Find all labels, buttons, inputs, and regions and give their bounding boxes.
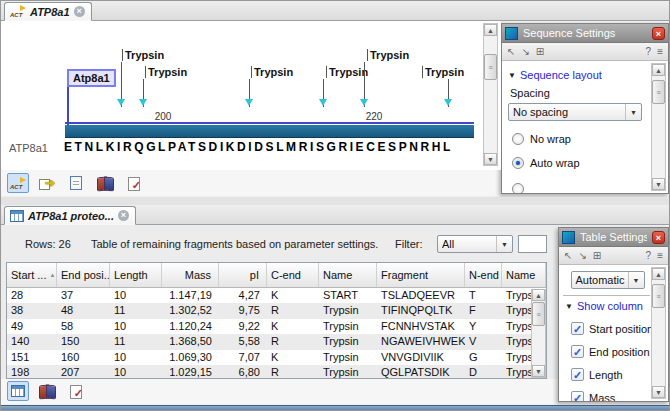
text-view-button[interactable] xyxy=(65,173,87,193)
tab-close-icon[interactable]: × xyxy=(74,6,85,17)
column-header[interactable]: Length xyxy=(110,263,162,287)
table-row[interactable]: 151160101.069,307,07KTrypsinVNVGDIVIIKGT… xyxy=(7,350,546,366)
cleavage-site-marker-icon[interactable] xyxy=(360,99,368,106)
help-icon[interactable]: ? xyxy=(646,251,652,261)
tab-atp8a1[interactable]: ACT ATP8a1 × xyxy=(4,2,92,21)
minimized-panel-strip[interactable] xyxy=(1,405,670,411)
table-view-button[interactable] xyxy=(7,381,29,401)
spacing-select[interactable]: No spacing ▼ xyxy=(508,103,642,121)
filter-input[interactable] xyxy=(518,235,547,253)
annotation-label[interactable]: Trypsin xyxy=(367,49,409,61)
wrap-option-auto-wrap[interactable]: Auto wrap xyxy=(512,157,648,169)
help-icon[interactable]: ? xyxy=(646,47,652,57)
table-cell: 7,07 xyxy=(219,350,267,366)
annotation-label[interactable]: Trypsin xyxy=(422,66,464,78)
column-header[interactable]: Start ...▲ xyxy=(7,263,57,287)
column-header[interactable]: Name xyxy=(502,263,546,287)
scroll-up-icon[interactable]: ▲ xyxy=(532,289,545,301)
validate-button[interactable] xyxy=(123,173,145,193)
menu-icon[interactable]: ≡ xyxy=(657,251,663,261)
cleavage-site-marker-icon[interactable] xyxy=(245,99,253,106)
column-mode-select[interactable]: Automatic ▼ xyxy=(571,271,645,289)
tab-close-icon[interactable]: × xyxy=(118,210,129,221)
scroll-up-icon[interactable]: ▲ xyxy=(652,268,665,280)
table-row[interactable]: 4958101.120,249,22KTrypsinFCNNHVSTAKYTry… xyxy=(7,319,546,335)
settings-scrollbar[interactable]: ▲ ≡ ▼ xyxy=(651,267,666,399)
validate-button[interactable] xyxy=(65,381,87,401)
expand-panel-icon[interactable]: ⊞ xyxy=(536,47,544,57)
cleavage-site-marker-icon[interactable] xyxy=(319,99,327,106)
scrollbar-thumb[interactable]: ≡ xyxy=(652,80,665,104)
table-cell: 4,27 xyxy=(219,288,267,304)
table-row[interactable]: 198207101.029,156,80RTrypsinQGLPATSDIKDT… xyxy=(7,365,546,379)
table-cell: TIFINQPQLTK xyxy=(377,303,465,319)
section-sequence-layout[interactable]: ▼ Sequence layout xyxy=(508,69,648,81)
application-window: ACT ATP8a1 × TrypsinTrypsinTrypsinTrypsi… xyxy=(0,0,670,411)
scrollbar-thumb[interactable]: ≡ xyxy=(484,54,497,80)
scrollbar-thumb[interactable]: ≡ xyxy=(652,284,665,308)
panel-divider[interactable] xyxy=(1,197,670,205)
annotation-label[interactable]: Trypsin xyxy=(145,66,187,78)
cleavage-site-marker-icon[interactable] xyxy=(139,99,147,106)
column-mode-value: Automatic xyxy=(576,274,625,286)
scrollbar-thumb[interactable]: ≡ xyxy=(532,302,545,326)
scroll-down-icon[interactable]: ▼ xyxy=(652,178,665,190)
cleavage-site-marker-icon[interactable] xyxy=(444,99,452,106)
export-view-button[interactable] xyxy=(36,173,58,193)
sequence-scrollbar[interactable]: ▲ ≡ ▼ xyxy=(483,23,498,166)
column-header[interactable]: N-end xyxy=(465,263,502,287)
settings-scrollbar[interactable]: ▲ ≡ ▼ xyxy=(651,63,666,191)
table-scrollbar[interactable]: ▲ ≡ ▼ xyxy=(531,289,546,378)
checkbox-icon: ✓ xyxy=(571,322,584,335)
help-book-button[interactable] xyxy=(94,173,116,193)
column-header[interactable]: Name xyxy=(319,263,377,287)
column-header[interactable]: Fragment xyxy=(377,263,465,287)
annotation-label[interactable]: Trypsin xyxy=(122,49,164,61)
annotation-view-button[interactable]: ACT xyxy=(7,173,29,193)
scroll-down-icon[interactable]: ▼ xyxy=(532,365,545,377)
cleavage-site-marker-icon[interactable] xyxy=(117,99,125,106)
table-row[interactable]: 140150111.368,505,58RTrypsinNGAWEIVHWEKV… xyxy=(7,334,546,350)
dock-left-icon[interactable]: ↖ xyxy=(564,251,572,261)
annotation-label[interactable]: Trypsin xyxy=(251,66,293,78)
section-show-column[interactable]: ▼ Show column xyxy=(565,300,650,312)
gene-annotation-box[interactable]: Atp8a1 xyxy=(67,69,116,87)
sequence-settings-titlebar[interactable]: Sequence Settings × xyxy=(502,24,668,43)
column-header[interactable]: C-end xyxy=(267,263,319,287)
column-toggle-start-position[interactable]: ✓Start position xyxy=(571,322,650,335)
dock-right-icon[interactable]: ↘ xyxy=(578,251,586,261)
export-arrow-icon xyxy=(39,177,55,190)
table-cell: 9,22 xyxy=(219,319,267,335)
filter-select[interactable]: All ▼ xyxy=(437,235,513,253)
table-settings-titlebar[interactable]: Table Settings × xyxy=(559,228,668,247)
close-icon[interactable]: × xyxy=(652,27,665,40)
sequence-bar[interactable] xyxy=(65,125,474,138)
wrap-option-partial[interactable] xyxy=(512,183,648,193)
scroll-up-icon[interactable]: ▲ xyxy=(484,24,497,36)
column-toggle-end-position[interactable]: ✓End position xyxy=(571,345,650,358)
table-row[interactable]: 2837101.147,194,27KSTARTTSLADQEEVRTTryps… xyxy=(7,288,546,304)
scroll-down-icon[interactable]: ▼ xyxy=(484,153,497,165)
table-document-icon xyxy=(10,210,24,222)
close-icon[interactable]: × xyxy=(652,231,665,244)
expand-panel-icon[interactable]: ⊞ xyxy=(593,251,601,261)
dock-left-icon[interactable]: ↖ xyxy=(507,47,515,57)
menu-icon[interactable]: ≡ xyxy=(657,47,663,57)
column-toggle-length[interactable]: ✓Length xyxy=(571,368,650,381)
table-row[interactable]: 3848111.302,529,75RTrypsinTIFINQPQLTKFTr… xyxy=(7,303,546,319)
filter-value: All xyxy=(442,238,454,250)
sequence-letters[interactable]: ETNLKIRQGLPATSDIKDIDSLMRISGRIECESPNRHL xyxy=(64,140,453,154)
column-toggle-mass[interactable]: ✓Mass xyxy=(571,391,650,401)
help-book-button[interactable] xyxy=(36,381,58,401)
checkbox-icon: ✓ xyxy=(571,345,584,358)
column-header[interactable]: pI xyxy=(219,263,267,287)
wrap-option-no-wrap[interactable]: No wrap xyxy=(512,133,648,145)
checkbox-icon: ✓ xyxy=(571,368,584,381)
scroll-down-icon[interactable]: ▼ xyxy=(652,386,665,398)
column-header[interactable]: End posi... xyxy=(57,263,110,287)
dock-right-icon[interactable]: ↘ xyxy=(521,47,529,57)
scroll-up-icon[interactable]: ▲ xyxy=(652,64,665,76)
annotation-label[interactable]: Trypsin xyxy=(326,66,368,78)
column-header[interactable]: Mass xyxy=(162,263,219,287)
tab-atp8a1-proteolytic[interactable]: ATP8a1 proteo... × xyxy=(4,206,136,225)
